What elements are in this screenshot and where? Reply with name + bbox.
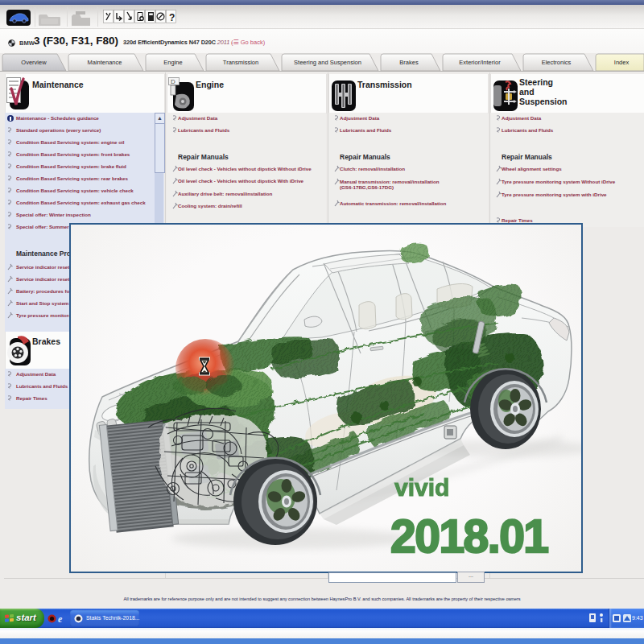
svg-text:D: D	[171, 78, 175, 85]
svg-text:Engine: Engine	[163, 59, 182, 66]
svg-text:Transmission: Transmission	[223, 59, 258, 66]
svg-text:vivid: vivid	[394, 474, 449, 501]
svg-text:Index: Index	[614, 59, 630, 66]
svg-text:Steering and Suspension: Steering and Suspension	[294, 59, 361, 66]
svg-text:Exterior/Interior: Exterior/Interior	[459, 59, 501, 66]
svg-text:?: ?	[169, 12, 175, 23]
svg-text:Maintenance: Maintenance	[88, 59, 122, 66]
svg-text:Brakes: Brakes	[399, 59, 419, 66]
svg-text:e: e	[58, 613, 63, 624]
svg-text:Electronics: Electronics	[542, 59, 572, 66]
svg-text:Overview: Overview	[21, 59, 47, 66]
svg-text:2018.01: 2018.01	[390, 510, 548, 562]
